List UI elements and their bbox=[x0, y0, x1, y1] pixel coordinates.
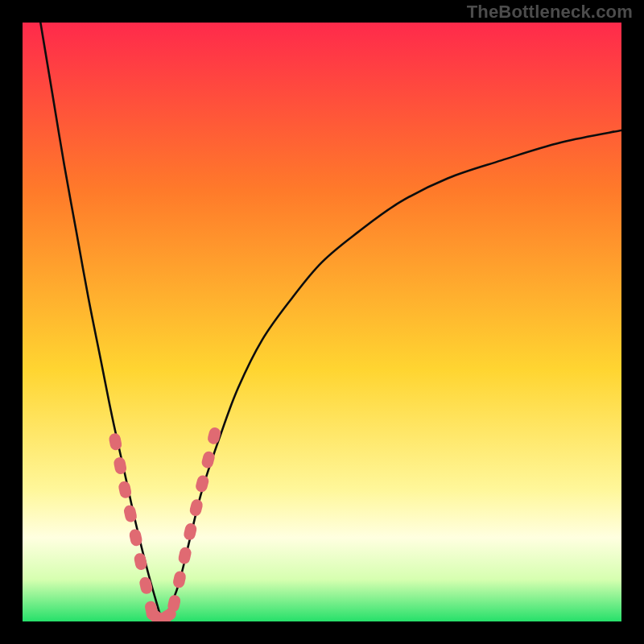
plot-area bbox=[23, 23, 621, 621]
gradient-background bbox=[23, 23, 621, 621]
watermark-label: TheBottleneck.com bbox=[467, 2, 633, 23]
chart-svg bbox=[23, 23, 621, 621]
outer-frame: TheBottleneck.com bbox=[0, 0, 644, 644]
